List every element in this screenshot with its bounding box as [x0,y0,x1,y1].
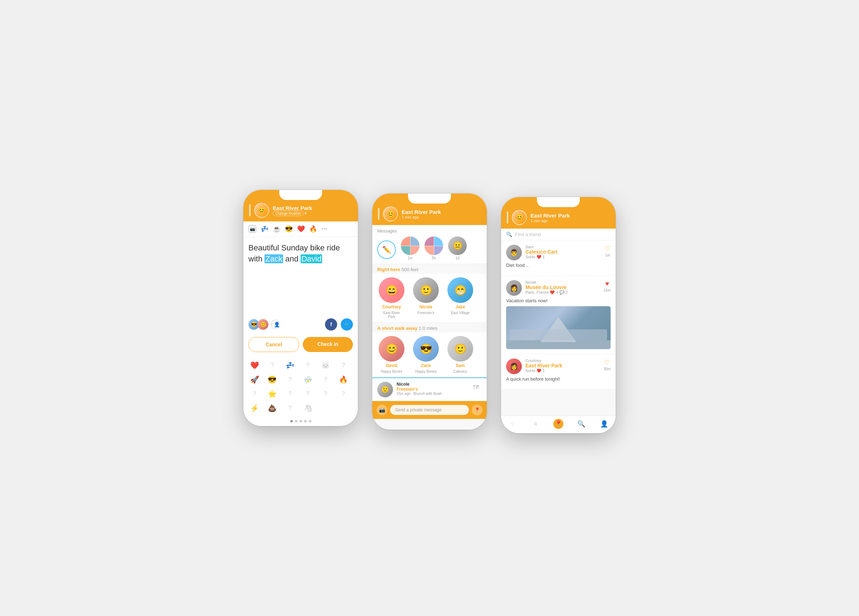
message-camera-btn[interactable]: 📷 [376,405,387,415]
sticker-poop[interactable]: 💩 [266,402,278,414]
avatar-jake: 😁 [447,277,473,303]
checkin-button[interactable]: Check in [303,337,353,352]
nav-search[interactable]: 🔍 [570,419,593,429]
loc-jake: East Village [451,311,470,315]
twitter-btn[interactable]: 🐦 [341,318,353,331]
fire-emoji[interactable]: 🔥 [309,225,317,233]
feed-card-place-courtney[interactable]: East River Park [525,363,600,368]
search-input[interactable]: Find a friend [515,232,611,237]
sticker-q3[interactable]: ? [337,359,349,371]
bottom-nav: ⁘ ≡ 📍 🔍 👤 [501,416,615,433]
mini-avatar-david[interactable]: 🙂 [258,319,269,330]
heart-emoji[interactable]: ❤️ [297,225,305,233]
sticker-q11[interactable]: ? [284,402,296,414]
sticker-lightning[interactable]: ⚡ [248,402,261,414]
cancel-button[interactable]: Cancel [248,337,299,352]
sleep-emoji[interactable]: 💤 [261,225,269,233]
user-avatar-2[interactable]: 😊 [383,206,398,221]
sticker-q5[interactable]: ? [320,373,332,386]
dot-1[interactable] [290,420,293,423]
sticker-q2[interactable]: ? [302,359,314,371]
sticker-rocket[interactable]: 🚀 [248,373,261,386]
feed-card-avatar-nicole[interactable]: 👩 [506,280,522,296]
name-jake: Jake [456,304,465,309]
person-sam[interactable]: 🙂 Sam Calexico [446,336,475,373]
feed-card-place-nicole[interactable]: Musée du Louvre [525,284,600,290]
message-pin-btn[interactable]: 📍 [472,405,483,415]
person-courtney[interactable]: 😄 Courtney East RiverPark [377,277,406,319]
messages-section: Messages ✏️ 1m [372,225,487,264]
heart-btn-courtney[interactable]: ♡ 30m [604,359,611,371]
sticker-q8[interactable]: ? [302,388,314,400]
notch-1 [279,190,322,200]
sticker-storm[interactable]: ⛈️ [302,373,314,386]
phone3-body: 🔍 Find a friend 👨 Sam Calexico Cart SoHo… [501,229,615,433]
name-david: David [386,363,398,368]
compose-highlight2: David [301,254,322,263]
sticker-q10[interactable]: ? [337,388,349,400]
dot-5[interactable] [309,420,311,423]
person-jake[interactable]: 😁 Jake East Village [446,277,475,319]
nav-location[interactable]: 📍 [547,419,570,429]
feed-card-meta-sam: Sam Calexico Cart SoHo ❤️ 1 [525,245,601,259]
feed-card-avatar-sam[interactable]: 👨 [506,245,522,260]
feed-list: 👨 Sam Calexico Cart SoHo ❤️ 1 ♡ 1m Diet … [501,240,615,416]
msg-group1[interactable]: 1m [401,237,420,260]
dot-3[interactable] [300,420,302,423]
feed-card-meta-nicole: Nicole Musée du Louvre Paris, France ❤️ … [525,280,600,295]
sticker-heart[interactable]: ❤️ [248,359,261,371]
name-nicole: Nicole [420,304,433,309]
user-avatar[interactable]: 😊 [254,203,269,218]
heart-btn-nicole[interactable]: ♥ 15m [604,280,611,292]
add-person-icon[interactable]: +👤 [270,320,280,329]
feed-card-user-nicole: Nicole [525,280,600,284]
phone1-body: 📷 💤 ☕ 😎 ❤️ 🔥 ••• Beautiful Sunday bike r… [244,221,358,426]
sticker-horse[interactable]: 🐴 [302,402,314,414]
person-david[interactable]: 😊 David Happy Bones [377,336,406,373]
msg-single[interactable]: 😐 1d [448,237,467,260]
camera-icon[interactable]: 📷 [248,225,256,233]
sticker-q4[interactable]: ? [284,373,296,386]
header-info-3: East River Park 1 min ago [530,212,610,223]
sticker-star[interactable]: ⭐ [266,388,278,400]
dot-4[interactable] [304,420,307,423]
feed-card-place-sam[interactable]: Calexico Cart [525,249,601,255]
change-location-btn[interactable]: Change location [273,211,303,216]
compose-area[interactable]: Beautiful Sunday bike ride with Zack and… [244,237,358,315]
header-bar-2 [378,208,380,220]
sticker-fire[interactable]: 🔥 [337,373,349,386]
nav-grid[interactable]: ⁘ [501,419,524,429]
more-btn[interactable]: ••• [322,226,328,232]
feed-place[interactable]: Freeman's [397,387,467,392]
feed-card-subloc-sam: SoHo ❤️ 1 [525,255,601,259]
person-nicole[interactable]: 🙂 Nicole Freeman's [412,277,440,319]
nav-profile[interactable]: 👤 [593,419,615,429]
person-zack[interactable]: 😎 Zack Happy Bones [412,336,440,373]
facebook-btn[interactable]: f [325,318,337,331]
sticker-q1[interactable]: ? [266,359,278,371]
message-input[interactable]: Send a private message [390,405,469,415]
msg-compose[interactable]: ✏️ [377,240,396,260]
sticker-q7[interactable]: ? [284,388,296,400]
feed-card-avatar-courtney[interactable]: 👩 [506,359,522,374]
user-avatar-3[interactable]: 😊 [512,210,527,225]
sticker-cat[interactable]: 🐱 [320,359,332,371]
cool-emoji[interactable]: 😎 [285,225,293,233]
dot-2[interactable] [295,420,297,423]
header-bar [249,204,251,217]
sticker-q9[interactable]: ? [320,388,332,400]
sticker-cool[interactable]: 😎 [266,373,278,386]
coffee-emoji[interactable]: ☕ [273,225,281,233]
search-icon: 🔍 [506,231,512,237]
heart-btn-sam[interactable]: ♡ 1m [605,245,611,257]
sticker-zzz[interactable]: 💤 [284,359,296,371]
map-icon[interactable]: 🗺 [470,382,482,393]
location-icon: 📍 [553,419,563,429]
msg-group2[interactable]: 5h [425,237,443,260]
phone-1: 😊 East River Park Change location ▾ 📷 💤 … [244,190,358,426]
sticker-q6[interactable]: ? [248,388,261,400]
nav-feed[interactable]: ≡ [524,419,547,429]
search-bar: 🔍 Find a friend [501,229,615,240]
feed-avatar-nicole[interactable]: 🙂 [377,382,393,398]
feed-card-user-sam: Sam [525,245,601,249]
